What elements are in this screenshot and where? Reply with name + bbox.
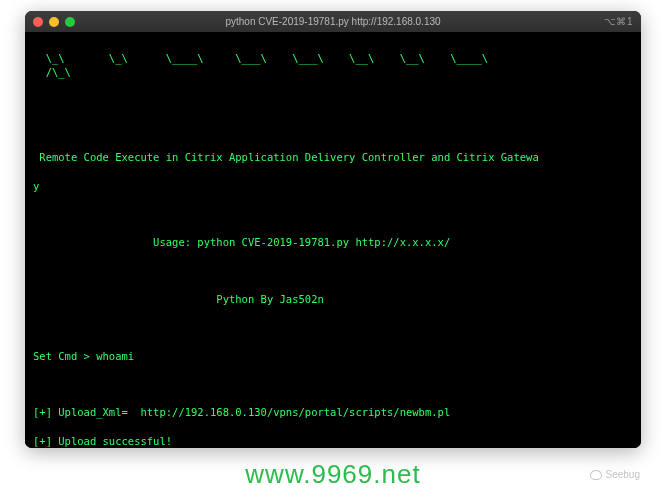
upload-ok-line: [+] Upload successful!: [33, 434, 633, 448]
usage-line: Usage: python CVE-2019-19781.py http://x…: [33, 235, 633, 249]
blank: [33, 264, 633, 278]
window-title: python CVE-2019-19781.py http://192.168.…: [225, 16, 440, 27]
cmd-echo: Set Cmd > whoami: [33, 349, 633, 363]
title-bar: python CVE-2019-19781.py http://192.168.…: [25, 11, 641, 32]
blank: [33, 94, 633, 108]
author-line: Python By Jas502n: [33, 292, 633, 306]
upload-xml-line: [+] Upload_Xml= http://192.168.0.130/vpn…: [33, 405, 633, 419]
minimize-icon[interactable]: [49, 17, 59, 27]
terminal-body[interactable]: \_\ \_\ \____\ \___\ \___\ \__\ \__\ \__…: [25, 32, 641, 448]
traffic-lights: [33, 17, 75, 27]
script-title: Remote Code Execute in Citrix Applicatio…: [33, 150, 633, 164]
maximize-icon[interactable]: [65, 17, 75, 27]
blank: [33, 207, 633, 221]
window-extra: ⌥⌘1: [604, 16, 633, 27]
seebug-icon: [590, 470, 602, 480]
ascii-art: \_\ \_\ \____\ \___\ \___\ \__\ \__\ \__…: [33, 51, 633, 79]
watermark-text: www.9969.net: [245, 459, 420, 490]
blank: [33, 122, 633, 136]
blank: [33, 377, 633, 391]
seebug-badge: Seebug: [590, 469, 640, 480]
blank: [33, 320, 633, 334]
terminal-window: python CVE-2019-19781.py http://192.168.…: [25, 11, 641, 448]
script-title-wrap: y: [33, 179, 633, 193]
seebug-label: Seebug: [606, 469, 640, 480]
close-icon[interactable]: [33, 17, 43, 27]
